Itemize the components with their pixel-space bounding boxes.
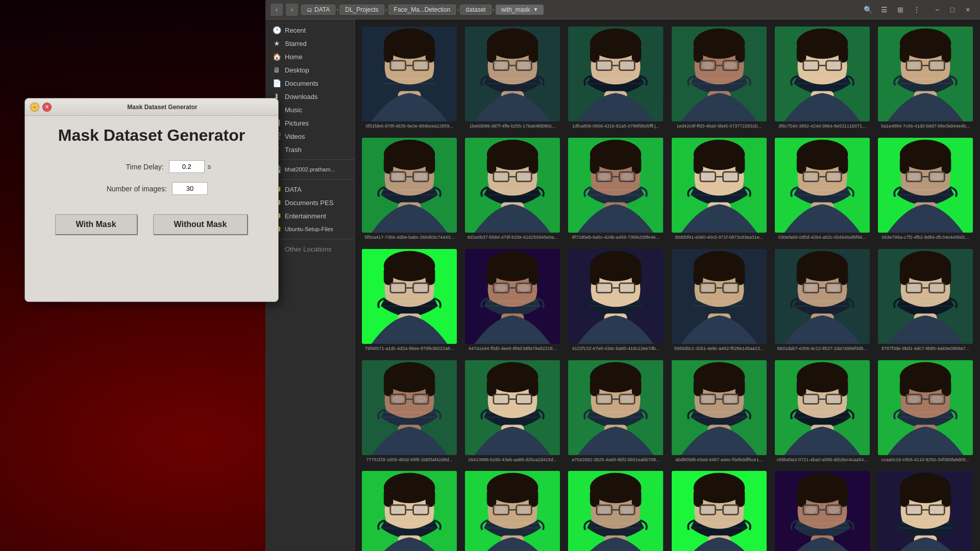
svg-point-307 bbox=[908, 395, 919, 403]
svg-rect-133 bbox=[796, 155, 806, 173]
breadcrumb-data[interactable]: 🗂 DATA bbox=[301, 5, 335, 15]
svg-point-47 bbox=[702, 62, 713, 69]
image-item[interactable]: 5565d0c1-3cb1-4e8c-a462-f528e145aa13... bbox=[670, 247, 769, 354]
num-images-row: Number of images: bbox=[40, 182, 263, 195]
image-item[interactable]: 77751f28-1609-4b0d-99f8-1bbf3af42d8d... bbox=[360, 358, 459, 465]
svg-rect-224 bbox=[900, 266, 910, 285]
image-item[interactable]: a7042692-3825-4a68-8bf2-bb51eabb708... bbox=[566, 358, 665, 465]
image-item[interactable]: c89b49a3-0721-4ba0-a096-dd18ec4caa54... bbox=[773, 358, 872, 465]
image-item[interactable]: abd909d8-e5ed-4467-a4ec-f5efe9df5ce1... bbox=[670, 358, 769, 465]
sidebar-item-downloads[interactable]: ⬇ Downloads bbox=[265, 90, 354, 103]
image-item[interactable]: 4122f132-e7e0-434c-ba95-416c12ee7db... bbox=[566, 247, 665, 354]
svg-point-22 bbox=[518, 62, 529, 69]
svg-rect-355 bbox=[735, 488, 745, 507]
sidebar-item-starred[interactable]: ★ Starred bbox=[265, 37, 354, 50]
sidebar-item-videos[interactable]: 🎬 Videos bbox=[265, 130, 354, 143]
image-item[interactable]: 1be0d086-dd7f-4ffe-b255-176a64fd080c... bbox=[463, 24, 562, 132]
window-minimize-button[interactable]: − bbox=[930, 3, 944, 17]
more-options-button[interactable]: ⋮ bbox=[910, 3, 924, 17]
dialog-minimize-button[interactable]: − bbox=[30, 103, 39, 112]
image-item[interactable]: 6601dab7-e306-4c12-8527-2da7499ef3d5... bbox=[773, 247, 872, 354]
svg-point-126 bbox=[725, 173, 736, 181]
search-button[interactable]: 🔍 bbox=[861, 3, 875, 17]
image-item[interactable]: 6d1e0b37-b584-479f-b33e-616250945e0a... bbox=[463, 136, 562, 243]
sidebar-item-ubuntu-setup[interactable]: 📁 Ubuntu-Setup-Files bbox=[265, 222, 354, 236]
image-item[interactable]: 26413986-b160-43eb-aa88-d2bca2d415d... bbox=[463, 358, 562, 465]
svg-point-295 bbox=[828, 395, 839, 403]
svg-point-48 bbox=[725, 62, 736, 69]
image-item[interactable]: 5a1e4884-7c66-41d0-b8d7-bfecfa944e4b... bbox=[876, 24, 975, 132]
dialog-window-controls: − × bbox=[30, 103, 52, 112]
svg-rect-250 bbox=[487, 377, 497, 396]
sidebar-item-entertainment[interactable]: 📁 Entertainment bbox=[265, 209, 354, 222]
nav-back-button[interactable]: ‹ bbox=[271, 4, 283, 16]
image-item[interactable]: 79f46571-a1dc-4d2a-96ee-876fe3b022a8... bbox=[360, 247, 459, 354]
svg-rect-134 bbox=[838, 155, 848, 173]
window-maximize-button[interactable]: □ bbox=[945, 3, 960, 17]
image-item[interactable]: 9f72d0eb-6a5c-424b-a459-73bfe208fe4e... bbox=[566, 136, 665, 243]
image-item[interactable]: 5f5ca417-7366-4d0e-babc-2664b3c74443... bbox=[360, 136, 459, 243]
svg-rect-146 bbox=[900, 155, 910, 173]
dialog-close-button[interactable]: × bbox=[42, 103, 52, 112]
svg-rect-159 bbox=[384, 266, 394, 285]
svg-rect-380 bbox=[900, 488, 910, 507]
svg-rect-368 bbox=[838, 488, 848, 507]
svg-rect-173 bbox=[529, 266, 538, 285]
image-item[interactable]: 647a1e44-f5d0-4ee5-8f4d-b8fa79a92218... bbox=[463, 247, 562, 354]
svg-point-86 bbox=[393, 173, 404, 181]
sidebar-item-data-folder[interactable]: 📁 DATA bbox=[265, 183, 354, 196]
window-close-button[interactable]: × bbox=[961, 3, 975, 17]
sidebar-item-documents[interactable]: 📄 Documents bbox=[265, 77, 354, 90]
sidebar-item-recent[interactable]: 🕐 Recent bbox=[265, 23, 354, 37]
sidebar-item-other-locations[interactable]: + Other Locations bbox=[265, 242, 354, 256]
svg-point-178 bbox=[518, 284, 529, 292]
svg-point-165 bbox=[415, 284, 426, 292]
svg-point-151 bbox=[908, 173, 919, 181]
image-item[interactable]: d8070e3c-a4ae-4562-abc1... bbox=[773, 469, 872, 551]
svg-rect-328 bbox=[487, 488, 497, 507]
image-item[interactable]: d98fcc19-b587-416d-0b3... bbox=[566, 469, 665, 551]
view-list-button[interactable]: ☰ bbox=[877, 3, 891, 17]
sidebar-item-bhat2002[interactable]: 💾 bhat2002.pratham... bbox=[265, 163, 354, 176]
breadcrumb-dataset[interactable]: dataset bbox=[460, 5, 491, 15]
svg-rect-199 bbox=[735, 266, 745, 285]
with-mask-button[interactable]: With Mask bbox=[55, 214, 138, 235]
svg-rect-302 bbox=[900, 377, 910, 396]
image-item[interactable]: d7696a28-5fbb-4f6d-1234... bbox=[670, 469, 769, 551]
num-images-input[interactable] bbox=[172, 182, 208, 195]
image-item[interactable]: cdbef86e-b2a9-440f-bea4... bbox=[360, 469, 459, 551]
sidebar-divider-3 bbox=[265, 239, 354, 239]
svg-point-346 bbox=[599, 506, 610, 514]
breadcrumb-dlprojects[interactable]: DL_Projects bbox=[339, 5, 384, 15]
image-item[interactable]: 3f6c7540-3892-424d-9864-8e53111b071... bbox=[773, 24, 872, 132]
sidebar-item-trash[interactable]: 🗑 Trash bbox=[265, 143, 354, 156]
image-item[interactable]: d19a670e-0d25-4a78-bcb... bbox=[463, 469, 562, 551]
svg-point-281 bbox=[702, 395, 713, 403]
image-item[interactable]: f60ca470-d3d1-4b5-abc2... bbox=[876, 469, 975, 551]
without-mask-button[interactable]: Without Mask bbox=[153, 214, 249, 235]
nav-forward-button[interactable]: › bbox=[286, 4, 298, 16]
breadcrumb-with-mask[interactable]: with_mask ▼ bbox=[496, 5, 544, 15]
image-filename: 79f46571-a1dc-4d2a-96ee-876fe3b022a8... bbox=[365, 346, 454, 352]
image-item[interactable]: 1dfca806-0956-4316-81a5-0796f9b05fff.j..… bbox=[566, 24, 665, 132]
sidebar-item-pictures[interactable]: 🖼 Pictures bbox=[265, 116, 354, 130]
breadcrumb-facedetection[interactable]: Face_Ma...Detection bbox=[388, 5, 456, 15]
sidebar-item-music[interactable]: ♪ Music bbox=[265, 103, 354, 116]
image-filename: 1be0d086-dd7f-4ffe-b255-176a64fd080c... bbox=[470, 123, 556, 130]
image-filename: c89b49a3-0721-4ba0-a096-dd18ec4caa54... bbox=[777, 457, 868, 463]
time-delay-input[interactable] bbox=[169, 160, 205, 173]
sidebar-item-home[interactable]: 🏠 Home bbox=[265, 50, 354, 63]
view-options-button[interactable]: ⊞ bbox=[893, 3, 908, 17]
image-item[interactable]: 1ed42c9f-ffd3-4ba0-9b45-0737722831b... bbox=[670, 24, 769, 132]
image-item[interactable]: 8787f3de-9bd1-4dc7-9b85-4a63e0969a7... bbox=[876, 247, 975, 354]
image-item[interactable]: 30dd0f41-e060-40c5-971f-0873c83ea31e... bbox=[670, 136, 769, 243]
sidebar-item-documents-pes[interactable]: 📁 Documents PES bbox=[265, 196, 354, 209]
fm-sidebar: 🕐 Recent ★ Starred 🏠 Home 🖥 Desktop 📄 Do… bbox=[265, 19, 355, 551]
image-item[interactable]: ccaa0c16-c956-4110-8250-34f380fa8d05... bbox=[876, 358, 975, 465]
image-item[interactable]: 043e796a-c7f2-4fb2-8d84-dfc34e4e0bd1... bbox=[876, 136, 975, 243]
svg-point-61 bbox=[828, 62, 839, 69]
image-filename: 26413986-b160-43eb-aa88-d2bca2d415d... bbox=[468, 457, 557, 463]
image-item[interactable]: 0f31fde6-878f-4835-9e3e-884bcea12859... bbox=[360, 24, 459, 132]
image-item[interactable]: 030efa69-0d5d-4294-a52c-d16645af6f96... bbox=[773, 136, 872, 243]
sidebar-item-desktop[interactable]: 🖥 Desktop bbox=[265, 63, 354, 77]
